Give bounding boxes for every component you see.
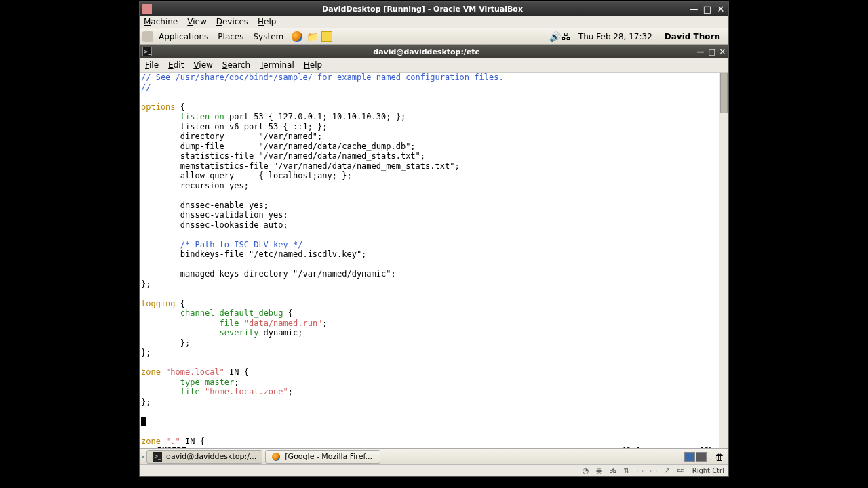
vbox-hostkey-icon: ⮓ [676,466,686,476]
show-desktop-icon[interactable] [142,456,144,458]
vbox-titlebar[interactable]: DavidDesktop [Running] - Oracle VM Virtu… [140,2,728,16]
terminal-menubar: File Edit View Search Terminal Help [140,58,728,73]
menu-applications[interactable]: Applications [155,32,212,41]
gnome-top-panel: Applications Places System 📁 🔊 🖧 Thu Feb… [140,28,728,45]
workspace-1[interactable] [684,452,695,462]
editor-area[interactable]: // See /usr/share/doc/bind*/sample/ for … [140,73,719,460]
vbox-title: DavidDesktop [Running] - Oracle VM Virtu… [156,5,689,14]
terminal-menu-view[interactable]: View [193,60,212,70]
firefox-launcher-icon[interactable] [292,31,302,42]
terminal-icon: >_ [142,47,152,56]
vbox-menubar: Machine View Devices Help [140,16,728,28]
guest-desktop: Applications Places System 📁 🔊 🖧 Thu Feb… [140,28,728,464]
terminal-task-icon: >_ [153,452,162,462]
vbox-shared-icon[interactable]: ▭ [635,466,645,476]
vbox-app-icon [142,4,152,14]
scrollbar-thumb[interactable] [720,73,728,113]
taskbar-firefox[interactable]: [Google - Mozilla Firef... [265,450,380,464]
workspace-2[interactable] [696,452,707,462]
menu-places[interactable]: Places [214,32,248,41]
terminal-menu-search[interactable]: Search [222,60,250,70]
vbox-menu-view[interactable]: View [187,17,206,26]
volume-icon[interactable]: 🔊 [550,31,561,42]
terminal-menu-terminal[interactable]: Terminal [260,60,294,70]
firefox-task-icon [271,452,281,462]
terminal-menu-file[interactable]: File [145,60,159,70]
user-menu[interactable]: David Thorn [659,32,726,41]
vbox-usb-icon[interactable]: ⇅ [622,466,631,476]
terminal-window: >_ david@daviddesktop:/etc — □ ✕ File Ed… [140,45,728,460]
vbox-mouse-icon[interactable]: ↗ [663,466,672,476]
file-manager-icon[interactable]: 📁 [307,31,317,42]
workspace-switcher[interactable] [684,452,707,462]
terminal-menu-help[interactable]: Help [304,60,322,70]
terminal-title: david@daviddesktop:/etc [156,47,696,56]
terminal-titlebar[interactable]: >_ david@daviddesktop:/etc — □ ✕ [140,45,728,58]
editor-cursor [141,417,146,426]
vbox-menu-devices[interactable]: Devices [216,17,248,26]
vbox-hdd-icon[interactable]: ◔ [581,466,591,476]
vbox-statusbar: ◔ ◉ 🖧 ⇅ ▭ ▭ ↗ ⮓ Right Ctrl [140,464,728,476]
notes-icon[interactable] [321,31,332,42]
terminal-maximize-button[interactable]: □ [708,47,715,56]
maximize-button[interactable]: □ [703,4,712,14]
trash-icon[interactable]: 🗑 [713,451,726,463]
gnome-foot-icon[interactable] [142,31,153,42]
network-icon[interactable]: 🖧 [561,31,572,42]
vbox-menu-machine[interactable]: Machine [144,17,178,26]
close-button[interactable]: ✕ [716,4,726,14]
terminal-close-button[interactable]: ✕ [719,47,726,56]
terminal-scrollbar[interactable] [719,73,728,460]
taskbar-terminal[interactable]: >_ david@daviddesktop:/... [146,450,262,464]
menu-system[interactable]: System [249,32,288,41]
minimize-button[interactable]: — [689,4,698,14]
virtualbox-window: DavidDesktop [Running] - Oracle VM Virtu… [139,1,729,477]
clock[interactable]: Thu Feb 28, 17:32 [572,32,659,41]
terminal-menu-edit[interactable]: Edit [168,60,184,70]
vbox-hostkey-label: Right Ctrl [690,467,724,474]
terminal-body[interactable]: // See /usr/share/doc/bind*/sample/ for … [140,73,728,460]
gnome-bottom-panel: >_ david@daviddesktop:/... [Google - Moz… [140,448,728,464]
vbox-menu-help[interactable]: Help [258,17,276,26]
vbox-net-icon[interactable]: 🖧 [608,466,618,476]
vbox-display-icon[interactable]: ▭ [649,466,658,476]
vbox-cd-icon[interactable]: ◉ [595,466,604,476]
terminal-minimize-button[interactable]: — [696,47,704,56]
